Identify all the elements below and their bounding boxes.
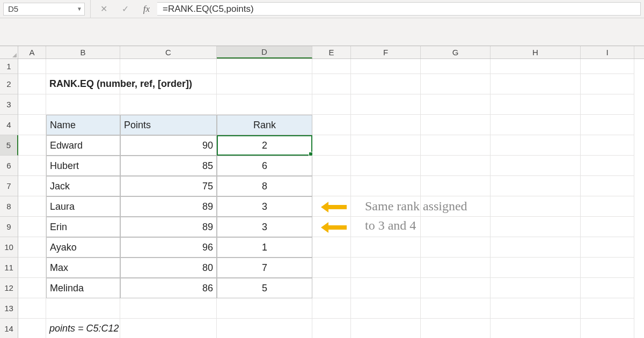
cell-A3[interactable] — [18, 94, 46, 115]
cell-H1[interactable] — [491, 59, 581, 74]
cell-F3[interactable] — [351, 94, 421, 115]
cell-D10[interactable]: 1 — [217, 237, 312, 258]
cell-I13[interactable] — [581, 298, 634, 319]
cell-H10[interactable] — [491, 237, 581, 258]
cell-H11[interactable] — [491, 258, 581, 278]
cell-I12[interactable] — [581, 278, 634, 298]
cell-C5[interactable]: 90 — [120, 135, 217, 156]
cell-B2[interactable]: RANK.EQ (number, ref, [order]) — [46, 74, 120, 94]
col-header-C[interactable]: C — [120, 46, 217, 58]
cell-C9[interactable]: 89 — [120, 217, 217, 237]
cell-D12[interactable]: 5 — [217, 278, 312, 298]
cell-C12[interactable]: 86 — [120, 278, 217, 298]
cell-B9[interactable]: Erin — [46, 217, 120, 237]
cell-D13[interactable] — [217, 298, 312, 319]
cell-F4[interactable] — [351, 115, 421, 135]
formula-input[interactable]: =RANK.EQ(C5,points) — [157, 2, 641, 16]
cell-F10[interactable] — [351, 237, 421, 258]
cell-C3[interactable] — [120, 94, 217, 115]
cell-D14[interactable] — [217, 319, 312, 338]
cancel-icon[interactable]: ✕ — [93, 0, 114, 18]
cell-C8[interactable]: 89 — [120, 196, 217, 217]
cell-B10[interactable]: Ayako — [46, 237, 120, 258]
cell-E13[interactable] — [312, 298, 351, 319]
cell-G11[interactable] — [421, 258, 491, 278]
cell-A4[interactable] — [18, 115, 46, 135]
cell-I5[interactable] — [581, 135, 634, 156]
cell-I9[interactable] — [581, 217, 634, 237]
row-header-13[interactable]: 13 — [0, 298, 18, 319]
cell-E6[interactable] — [312, 156, 351, 176]
row-header-14[interactable]: 14 — [0, 319, 18, 338]
cell-A14[interactable] — [18, 319, 46, 338]
cell-F14[interactable] — [351, 319, 421, 338]
cell-I6[interactable] — [581, 156, 634, 176]
col-header-B[interactable]: B — [46, 46, 120, 58]
cell-E12[interactable] — [312, 278, 351, 298]
cell-D3[interactable] — [217, 94, 312, 115]
cell-D7[interactable]: 8 — [217, 176, 312, 196]
cell-G4[interactable] — [421, 115, 491, 135]
cell-E1[interactable] — [312, 59, 351, 74]
cell-B3[interactable] — [46, 94, 120, 115]
cell-B8[interactable]: Laura — [46, 196, 120, 217]
col-header-E[interactable]: E — [312, 46, 351, 58]
cell-E2[interactable] — [312, 74, 351, 94]
cell-C1[interactable] — [120, 59, 217, 74]
cell-A6[interactable] — [18, 156, 46, 176]
cell-H2[interactable] — [491, 74, 581, 94]
cell-E11[interactable] — [312, 258, 351, 278]
cell-B7[interactable]: Jack — [46, 176, 120, 196]
row-header-9[interactable]: 9 — [0, 217, 18, 237]
cell-E7[interactable] — [312, 176, 351, 196]
cell-A1[interactable] — [18, 59, 46, 74]
col-header-I[interactable]: I — [581, 46, 634, 58]
cell-A7[interactable] — [18, 176, 46, 196]
row-header-11[interactable]: 11 — [0, 258, 18, 278]
cell-D2[interactable] — [217, 74, 312, 94]
row-header-7[interactable]: 7 — [0, 176, 18, 196]
col-header-H[interactable]: H — [491, 46, 581, 58]
chevron-down-icon[interactable]: ▼ — [77, 6, 82, 12]
cell-D6[interactable]: 6 — [217, 156, 312, 176]
cell-E10[interactable] — [312, 237, 351, 258]
cell-C10[interactable]: 96 — [120, 237, 217, 258]
row-header-6[interactable]: 6 — [0, 156, 18, 176]
cell-E4[interactable] — [312, 115, 351, 135]
cell-C11[interactable]: 80 — [120, 258, 217, 278]
cell-A10[interactable] — [18, 237, 46, 258]
cell-A9[interactable] — [18, 217, 46, 237]
cell-G5[interactable] — [421, 135, 491, 156]
cell-I14[interactable] — [581, 319, 634, 338]
cell-D11[interactable]: 7 — [217, 258, 312, 278]
row-header-3[interactable]: 3 — [0, 94, 18, 115]
cell-E14[interactable] — [312, 319, 351, 338]
cell-G13[interactable] — [421, 298, 491, 319]
cell-I1[interactable] — [581, 59, 634, 74]
fx-icon[interactable]: fx — [136, 0, 157, 18]
cell-F13[interactable] — [351, 298, 421, 319]
col-header-A[interactable]: A — [18, 46, 46, 58]
row-header-4[interactable]: 4 — [0, 115, 18, 135]
cell-C7[interactable]: 75 — [120, 176, 217, 196]
cell-G12[interactable] — [421, 278, 491, 298]
col-header-D[interactable]: D — [217, 46, 312, 58]
cell-H7[interactable] — [491, 176, 581, 196]
cell-F12[interactable] — [351, 278, 421, 298]
cell-H9[interactable] — [491, 217, 581, 237]
row-header-2[interactable]: 2 — [0, 74, 18, 94]
cell-F6[interactable] — [351, 156, 421, 176]
cell-A5[interactable] — [18, 135, 46, 156]
cell-G7[interactable] — [421, 176, 491, 196]
cell-C14[interactable] — [120, 319, 217, 338]
cell-H14[interactable] — [491, 319, 581, 338]
cell-A2[interactable] — [18, 74, 46, 94]
cell-D8[interactable]: 3 — [217, 196, 312, 217]
cell-A8[interactable] — [18, 196, 46, 217]
cell-A12[interactable] — [18, 278, 46, 298]
cell-B11[interactable]: Max — [46, 258, 120, 278]
cell-G10[interactable] — [421, 237, 491, 258]
enter-icon[interactable]: ✓ — [114, 0, 136, 18]
cell-I3[interactable] — [581, 94, 634, 115]
row-header-8[interactable]: 8 — [0, 196, 18, 217]
